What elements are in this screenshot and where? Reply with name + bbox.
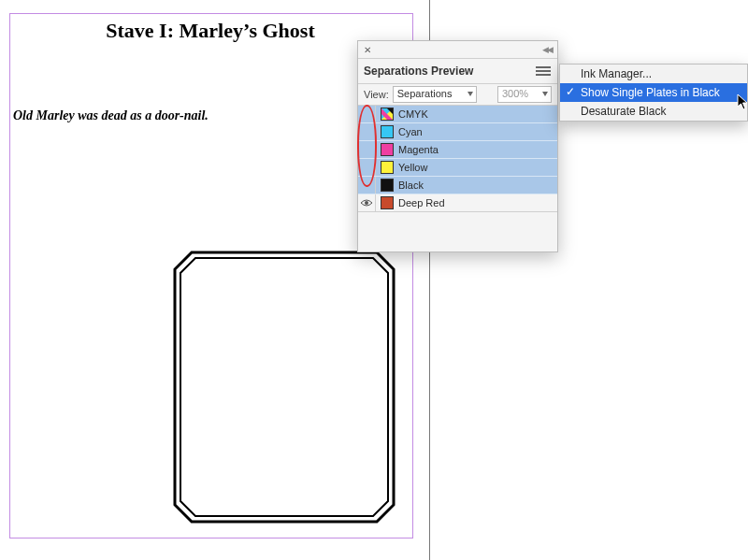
ink-swatch [381,143,394,156]
ink-label: Black [398,179,424,191]
decorative-frame [173,251,396,524]
ink-swatch [381,108,394,121]
callout-oval [357,105,377,187]
view-label: View: [364,89,389,100]
panel-tab-row: Separations Preview [358,59,557,84]
body-text: Old Marley was dead as a door-nail. [13,108,209,123]
ink-swatch [381,161,394,174]
check-icon: ✓ [566,85,575,98]
flyout-item[interactable]: ✓Show Single Plates in Black [560,83,747,102]
ink-label: Cyan [398,126,423,137]
ink-swatch [381,196,394,209]
ink-label: Magenta [398,144,439,155]
separations-preview-panel: ✕ ◀◀ Separations Preview View: Separatio… [357,40,558,252]
ink-row[interactable]: Cyan [358,122,557,140]
ink-list: CMYKCyanMagentaYellowBlackDeep Red [358,106,557,211]
panel-view-row: View: Separations 300% [358,84,557,106]
ink-swatch [381,179,394,192]
flyout-item[interactable]: Desaturate Black [560,102,747,121]
panel-flyout-menu: Ink Manager...✓Show Single Plates in Bla… [559,64,748,122]
page-title: Stave I: Marley’s Ghost [9,19,411,43]
view-select[interactable]: Separations [393,86,477,103]
flyout-item[interactable]: Ink Manager... [560,65,747,83]
ink-row[interactable]: Deep Red [358,194,557,211]
visibility-toggle[interactable] [358,194,376,211]
ink-label: Yellow [398,162,427,173]
ink-row[interactable]: Magenta [358,140,557,158]
ink-row[interactable]: Black [358,176,557,194]
collapse-icon[interactable]: ◀◀ [542,45,552,54]
panel-menu-icon[interactable] [535,65,552,78]
close-icon[interactable]: ✕ [364,45,371,55]
svg-point-4 [365,201,368,205]
panel-titlebar[interactable]: ✕ ◀◀ [358,41,557,59]
panel-tab-separations[interactable]: Separations Preview [364,65,473,78]
ink-row[interactable]: Yellow [358,158,557,176]
zoom-select[interactable]: 300% [497,86,552,103]
ink-row[interactable]: CMYK [358,106,557,122]
flyout-item-label: Desaturate Black [581,105,666,118]
panel-footer [358,211,557,251]
flyout-item-label: Show Single Plates in Black [581,86,720,99]
flyout-item-label: Ink Manager... [581,67,652,80]
ink-label: CMYK [398,108,428,120]
ink-swatch [381,125,394,138]
ink-label: Deep Red [398,197,445,208]
